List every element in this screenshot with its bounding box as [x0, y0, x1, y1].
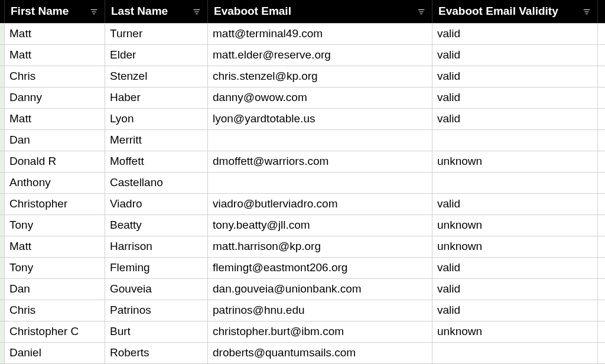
- cell-tail[interactable]: [598, 194, 605, 214]
- row-gutter[interactable]: [0, 321, 5, 342]
- cell-tail[interactable]: [598, 215, 605, 236]
- cell-first-name[interactable]: Chris: [5, 66, 105, 87]
- cell-first-name[interactable]: Dan: [5, 130, 105, 151]
- cell-last-name[interactable]: Gouveia: [105, 279, 208, 300]
- cell-tail[interactable]: [598, 300, 605, 321]
- cell-first-name[interactable]: Danny: [5, 87, 105, 108]
- cell-tail[interactable]: [598, 24, 605, 44]
- column-header-last-name[interactable]: Last Name: [105, 0, 208, 23]
- cell-first-name[interactable]: Anthony: [5, 173, 105, 193]
- cell-email[interactable]: droberts@quantumsails.com: [208, 343, 432, 363]
- cell-first-name[interactable]: Chris: [5, 300, 105, 321]
- row-gutter[interactable]: [0, 130, 5, 151]
- cell-validity[interactable]: [432, 343, 598, 363]
- cell-tail[interactable]: [598, 66, 605, 87]
- cell-validity[interactable]: valid: [432, 66, 598, 87]
- filter-icon[interactable]: [89, 7, 99, 17]
- cell-first-name[interactable]: Christopher C: [5, 321, 105, 342]
- cell-tail[interactable]: [598, 45, 605, 66]
- cell-validity[interactable]: unknown: [432, 151, 598, 172]
- cell-validity[interactable]: valid: [432, 109, 598, 129]
- cell-validity[interactable]: [432, 130, 598, 151]
- cell-email[interactable]: viadro@butlerviadro.com: [208, 194, 432, 214]
- column-header-first-name[interactable]: First Name: [5, 0, 105, 23]
- cell-tail[interactable]: [598, 321, 605, 342]
- cell-tail[interactable]: [598, 109, 605, 129]
- cell-email[interactable]: matt.elder@reserve.org: [208, 45, 432, 66]
- cell-last-name[interactable]: Castellano: [105, 173, 208, 193]
- cell-validity[interactable]: valid: [432, 24, 598, 44]
- cell-last-name[interactable]: Beatty: [105, 215, 208, 236]
- cell-validity[interactable]: valid: [432, 258, 598, 278]
- cell-last-name[interactable]: Moffett: [105, 151, 208, 172]
- cell-email[interactable]: dmoffett@warriors.com: [208, 151, 432, 172]
- cell-email[interactable]: patrinos@hnu.edu: [208, 300, 432, 321]
- cell-email[interactable]: chris.stenzel@kp.org: [208, 66, 432, 87]
- row-gutter[interactable]: [0, 194, 5, 214]
- cell-first-name[interactable]: Tony: [5, 258, 105, 278]
- cell-first-name[interactable]: Christopher: [5, 194, 105, 214]
- cell-last-name[interactable]: Roberts: [105, 343, 208, 363]
- cell-validity[interactable]: unknown: [432, 215, 598, 236]
- cell-tail[interactable]: [598, 279, 605, 300]
- cell-tail[interactable]: [598, 343, 605, 363]
- row-gutter[interactable]: [0, 24, 5, 44]
- cell-tail[interactable]: [598, 236, 605, 257]
- cell-first-name[interactable]: Matt: [5, 45, 105, 66]
- filter-icon[interactable]: [417, 7, 426, 17]
- row-gutter[interactable]: [0, 215, 5, 236]
- cell-email[interactable]: dan.gouveia@unionbank.com: [208, 279, 432, 300]
- cell-tail[interactable]: [598, 130, 605, 151]
- cell-validity[interactable]: [432, 173, 598, 193]
- cell-last-name[interactable]: Patrinos: [105, 300, 208, 321]
- cell-email[interactable]: christopher.burt@ibm.com: [208, 321, 432, 342]
- row-gutter[interactable]: [0, 258, 5, 278]
- column-header-validity[interactable]: Evaboot Email Validity: [432, 0, 598, 23]
- filter-icon[interactable]: [192, 7, 201, 17]
- cell-tail[interactable]: [598, 87, 605, 108]
- column-header-email[interactable]: Evaboot Email: [208, 0, 432, 23]
- cell-validity[interactable]: valid: [432, 45, 598, 66]
- cell-first-name[interactable]: Matt: [5, 236, 105, 257]
- cell-last-name[interactable]: Fleming: [105, 258, 208, 278]
- cell-first-name[interactable]: Matt: [5, 109, 105, 129]
- cell-last-name[interactable]: Haber: [105, 87, 208, 108]
- row-gutter[interactable]: [0, 236, 5, 257]
- row-gutter[interactable]: [0, 173, 5, 193]
- cell-validity[interactable]: valid: [432, 194, 598, 214]
- cell-last-name[interactable]: Turner: [105, 24, 208, 44]
- row-gutter[interactable]: [0, 279, 5, 300]
- cell-email[interactable]: flemingt@eastmont206.org: [208, 258, 432, 278]
- cell-email[interactable]: matt.harrison@kp.org: [208, 236, 432, 257]
- cell-last-name[interactable]: Burt: [105, 321, 208, 342]
- cell-last-name[interactable]: Viadro: [105, 194, 208, 214]
- cell-email[interactable]: [208, 130, 432, 151]
- cell-validity[interactable]: valid: [432, 279, 598, 300]
- cell-email[interactable]: lyon@yardtotable.us: [208, 109, 432, 129]
- filter-icon[interactable]: [582, 7, 591, 17]
- cell-tail[interactable]: [598, 258, 605, 278]
- cell-last-name[interactable]: Harrison: [105, 236, 208, 257]
- cell-validity[interactable]: valid: [432, 300, 598, 321]
- cell-email[interactable]: danny@owow.com: [208, 87, 432, 108]
- row-gutter[interactable]: [0, 300, 5, 321]
- cell-last-name[interactable]: Elder: [105, 45, 208, 66]
- cell-first-name[interactable]: Tony: [5, 215, 105, 236]
- row-gutter[interactable]: [0, 151, 5, 172]
- cell-email[interactable]: [208, 173, 432, 193]
- cell-validity[interactable]: valid: [432, 87, 598, 108]
- cell-last-name[interactable]: Merritt: [105, 130, 208, 151]
- cell-email[interactable]: tony.beatty@jll.com: [208, 215, 432, 236]
- row-gutter[interactable]: [0, 45, 5, 66]
- cell-tail[interactable]: [598, 173, 605, 193]
- row-gutter[interactable]: [0, 66, 5, 87]
- row-gutter[interactable]: [0, 343, 5, 363]
- cell-last-name[interactable]: Lyon: [105, 109, 208, 129]
- cell-email[interactable]: matt@terminal49.com: [208, 24, 432, 44]
- cell-first-name[interactable]: Donald R: [5, 151, 105, 172]
- cell-tail[interactable]: [598, 151, 605, 172]
- cell-first-name[interactable]: Daniel: [5, 343, 105, 363]
- cell-first-name[interactable]: Dan: [5, 279, 105, 300]
- cell-last-name[interactable]: Stenzel: [105, 66, 208, 87]
- cell-validity[interactable]: unknown: [432, 321, 598, 342]
